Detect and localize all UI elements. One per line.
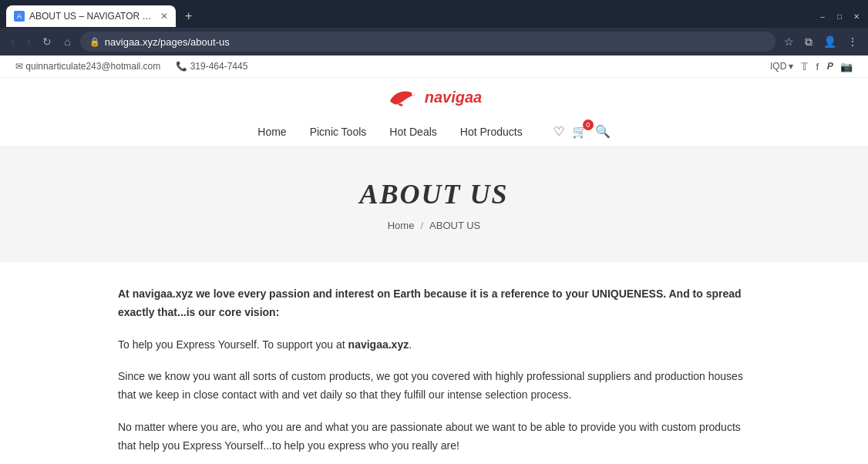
nav-hot-products[interactable]: Hot Products (460, 126, 523, 138)
paragraph-1: At navigaa.xyz we love every passion and… (118, 285, 750, 322)
profile-icon[interactable]: 👤 (821, 34, 839, 49)
twitter-icon[interactable]: 𝕋 (801, 61, 808, 72)
tab-bar: A ABOUT US – NAVIGATOR NAU... ✕ + – □ ✕ (0, 0, 868, 28)
page-title: ABOUT US (15, 178, 853, 210)
facebook-icon[interactable]: f (816, 61, 819, 72)
main-header: navigaa Home Picnic Tools Hot Deals Hot … (0, 78, 868, 147)
logo-text: navigaa (425, 89, 482, 106)
breadcrumb-separator: / (420, 220, 423, 231)
breadcrumb-home[interactable]: Home (388, 220, 415, 231)
chevron-down-icon: ▾ (789, 61, 793, 72)
extensions-icon[interactable]: ⧉ (802, 34, 815, 50)
back-button[interactable]: ‹ (8, 34, 18, 49)
wishlist-icon[interactable]: ♡ (553, 124, 564, 139)
website-content: ✉ quinnarticulate243@hotmail.com 📞 319-4… (0, 55, 868, 464)
bookmark-icon[interactable]: ☆ (782, 34, 796, 49)
tab-label: ABOUT US – NAVIGATOR NAU... (29, 11, 156, 22)
window-controls: – □ ✕ (817, 11, 862, 22)
tab-favicon: A (14, 11, 25, 22)
content-section: At navigaa.xyz we love every passion and… (56, 285, 812, 464)
pinterest-icon[interactable]: 𝙋 (826, 60, 833, 72)
toolbar-right: ☆ ⧉ 👤 ⋮ (782, 34, 860, 50)
nav-hot-deals[interactable]: Hot Deals (389, 126, 436, 138)
address-base: navigaa.xyz (105, 36, 158, 48)
browser-chrome: A ABOUT US – NAVIGATOR NAU... ✕ + – □ ✕ … (0, 0, 868, 55)
cart-badge: 0 (583, 119, 594, 130)
address-input[interactable]: 🔒 navigaa.xyz/pages/about-us (80, 32, 775, 52)
nav-picnic-tools[interactable]: Picnic Tools (310, 126, 367, 138)
logo[interactable]: navigaa (386, 86, 482, 109)
nav-icons: ♡ 🛒 0 🔍 (553, 124, 611, 139)
address-path: /pages/about-us (157, 36, 229, 48)
paragraph-2: To help you Express Yourself. To support… (118, 336, 750, 355)
reload-button[interactable]: ↻ (39, 34, 55, 49)
address-bar: ‹ › ↻ ⌂ 🔒 navigaa.xyz/pages/about-us ☆ ⧉… (0, 28, 868, 55)
hero-section: ABOUT US Home / ABOUT US (0, 147, 868, 262)
active-tab[interactable]: A ABOUT US – NAVIGATOR NAU... ✕ (6, 5, 176, 27)
paragraph-4: No matter where you are, who you are and… (118, 419, 750, 456)
lock-icon: 🔒 (89, 37, 100, 47)
minimize-button[interactable]: – (817, 11, 828, 22)
address-text: navigaa.xyz/pages/about-us (105, 36, 230, 48)
home-button[interactable]: ⌂ (61, 34, 73, 49)
search-icon[interactable]: 🔍 (595, 124, 611, 139)
tab-close-button[interactable]: ✕ (160, 11, 168, 22)
restore-button[interactable]: □ (834, 11, 845, 22)
email-text: ✉ quinnarticulate243@hotmail.com (15, 61, 160, 72)
nav-home[interactable]: Home (257, 126, 286, 138)
info-bar-left: ✉ quinnarticulate243@hotmail.com 📞 319-4… (15, 61, 247, 72)
breadcrumb-current: ABOUT US (429, 220, 480, 231)
info-bar-right: IQD ▾ 𝕋 f 𝙋 📷 (770, 60, 853, 72)
logo-bird-icon (386, 86, 420, 109)
forward-button[interactable]: › (24, 34, 34, 49)
new-tab-button[interactable]: + (180, 8, 197, 25)
main-navigation: Home Picnic Tools Hot Deals Hot Products… (257, 116, 610, 146)
menu-icon[interactable]: ⋮ (845, 34, 860, 49)
instagram-icon[interactable]: 📷 (840, 61, 853, 72)
cart-icon[interactable]: 🛒 0 (572, 124, 587, 139)
phone-text: 📞 319-464-7445 (176, 61, 247, 72)
breadcrumb: Home / ABOUT US (15, 220, 853, 231)
close-button[interactable]: ✕ (851, 11, 862, 22)
paragraph-3: Since we know you want all sorts of cust… (118, 368, 750, 405)
info-bar: ✉ quinnarticulate243@hotmail.com 📞 319-4… (0, 55, 868, 78)
language-selector[interactable]: IQD ▾ (770, 61, 793, 72)
svg-point-0 (412, 92, 415, 96)
